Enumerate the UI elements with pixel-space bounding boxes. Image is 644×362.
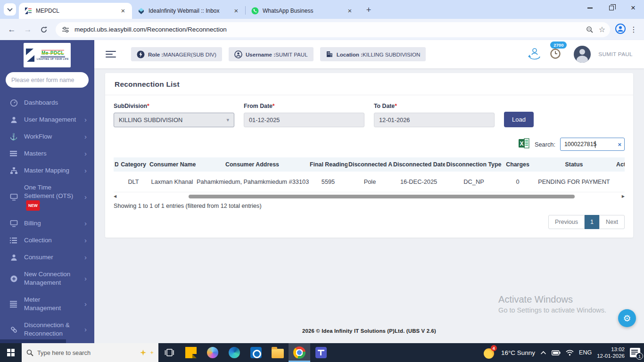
col-header-charges[interactable]: Charges	[503, 157, 533, 172]
sidebar-item-ots[interactable]: One Time Settlement (OTS)NEW ›	[0, 179, 94, 215]
col-header-consumer-name[interactable]: Consumer Name	[149, 157, 196, 172]
user-sync-icon[interactable]	[528, 47, 542, 62]
sidebar-item-masters[interactable]: Masters ›	[0, 145, 94, 162]
window-close-button[interactable]: ×	[622, 1, 644, 15]
taskbar-search[interactable]: Type here to search	[22, 343, 158, 362]
excel-export-icon[interactable]: X	[518, 138, 530, 151]
profile-icon[interactable]	[615, 23, 626, 36]
load-button[interactable]: Load	[504, 112, 534, 127]
col-header-action[interactable]: Act	[615, 157, 625, 172]
cell-disconnected-date: 16-DEC-2025	[392, 172, 445, 192]
sidebar-item-master-mapping[interactable]: Master Mapping ›	[0, 162, 94, 179]
col-header-id[interactable]: D	[114, 157, 118, 172]
battery-indicator[interactable]	[552, 350, 561, 355]
tab-title: IdeaInfinity Webmail :: Inbox	[149, 8, 228, 14]
new-tab-button[interactable]: +	[363, 4, 375, 16]
sidebar-search-input[interactable]	[11, 77, 87, 83]
col-header-category[interactable]: Category	[118, 157, 149, 172]
weather-text[interactable]: 16°C Sunny	[501, 349, 535, 356]
col-header-disconnected-date[interactable]: Disconnected Date	[392, 157, 445, 172]
start-button[interactable]	[0, 343, 22, 362]
notification-center-button[interactable]: 1	[630, 348, 640, 357]
outlook-button[interactable]	[245, 343, 267, 362]
window-restore-button[interactable]	[601, 1, 622, 15]
tab-webmail[interactable]: IdeaInfinity Webmail :: Inbox ×	[132, 3, 245, 19]
avatar[interactable]	[574, 46, 591, 63]
username-badge: Username :SUMIT PAUL	[229, 47, 314, 61]
sidebar-item-user-management[interactable]: User Management ›	[0, 111, 94, 128]
forward-button[interactable]: →	[21, 23, 35, 37]
horizontal-scrollbar[interactable]: ◀ ▶	[114, 194, 625, 199]
file-explorer-icon	[272, 349, 284, 358]
back-button[interactable]: ←	[5, 23, 19, 37]
app-logo[interactable]: Me-PDCL LIGHTING UP YOUR LIFE	[24, 43, 71, 67]
chrome-button[interactable]	[289, 343, 310, 362]
weather-widget[interactable]: 4	[484, 346, 496, 359]
reload-button[interactable]	[37, 23, 51, 37]
tab-mepdcl[interactable]: MEPDCL ×	[19, 3, 132, 19]
table-search-input[interactable]	[564, 141, 617, 148]
file-explorer-button[interactable]	[267, 343, 289, 362]
sidebar-item-new-connection[interactable]: New Connection Management ›	[0, 266, 94, 291]
chevron-down-icon	[7, 6, 12, 11]
col-header-disconnection-type[interactable]: Disconnection Type	[445, 157, 503, 172]
zoom-icon[interactable]	[585, 25, 595, 35]
tab-whatsapp[interactable]: WhatsApp Business ×	[246, 3, 359, 19]
tab-close-icon[interactable]: ×	[346, 7, 354, 15]
col-header-disconnected-at[interactable]: Disconnected At	[347, 157, 392, 172]
windows-taskbar: Type here to search 4 16°C Sunny	[0, 343, 644, 362]
sidebar-scrollbar[interactable]	[0, 339, 66, 343]
settings-fab-button[interactable]: ⚙	[618, 309, 636, 327]
edge-button[interactable]	[223, 343, 245, 362]
sticky-notes-button[interactable]	[180, 343, 202, 362]
sidebar-item-collection[interactable]: Collection ›	[0, 232, 94, 249]
copilot-button[interactable]	[202, 343, 223, 362]
sidebar-item-consumer[interactable]: Consumer ›	[0, 249, 94, 266]
col-header-consumer-address[interactable]: Consumer Address	[196, 157, 309, 172]
sidebar-item-meter-management[interactable]: Meter Management ›	[0, 291, 94, 317]
language-indicator[interactable]: ENG	[579, 349, 592, 356]
cell-category: DLT	[118, 172, 149, 192]
address-bar[interactable]: mepdcl.ubs.ieasybill.com/Reconnection/Re…	[56, 22, 610, 37]
col-header-final-reading[interactable]: Final Reading	[309, 157, 347, 172]
window-minimize-button[interactable]	[579, 1, 601, 15]
hamburger-menu-icon[interactable]	[106, 51, 116, 58]
taskbar-clock[interactable]: 13:02 12-01-2026	[597, 346, 625, 359]
role-value: MANAGER(SUB DIV)	[163, 51, 216, 58]
teams-button[interactable]	[310, 343, 332, 362]
location-label: Location :	[337, 51, 363, 58]
table-row[interactable]: DLT Laxman Khanal Pahamkmiedum, Pahamkmi…	[114, 172, 625, 192]
sidebar-item-dashboards[interactable]: Dashboards	[0, 94, 94, 111]
scroll-left-icon[interactable]: ◀	[114, 194, 116, 199]
browser-menu-icon[interactable]: ⋮	[628, 25, 639, 34]
sidebar-item-workflow[interactable]: ⚓ WorkFlow ›	[0, 128, 94, 145]
clear-search-icon[interactable]: ×	[618, 141, 621, 148]
new-badge: NEW	[26, 200, 40, 211]
to-date-input[interactable]: 12-01-2026	[374, 113, 495, 127]
page-number-button[interactable]: 1	[585, 215, 599, 229]
session-timer[interactable]: 2700	[549, 47, 561, 61]
tray-expand-button[interactable]	[540, 351, 546, 355]
scrollbar-thumb[interactable]	[189, 195, 575, 198]
sidebar-search[interactable]	[6, 72, 89, 88]
previous-page-button[interactable]: Previous	[548, 215, 585, 229]
tab-search-button[interactable]	[4, 3, 16, 16]
wifi-indicator[interactable]	[566, 350, 574, 356]
task-view-button[interactable]	[158, 343, 180, 362]
logo-mark-icon	[25, 48, 35, 62]
sidebar-item-billing[interactable]: Billing ›	[0, 215, 94, 232]
col-header-status[interactable]: Status	[533, 157, 615, 172]
tab-close-icon[interactable]: ×	[232, 7, 240, 15]
scroll-right-icon[interactable]: ▶	[622, 194, 625, 199]
next-page-button[interactable]: Next	[599, 215, 625, 229]
from-date-input[interactable]: 01-12-2025	[244, 113, 364, 127]
bookmark-star-icon[interactable]: ☆	[599, 25, 605, 34]
scrollbar-track[interactable]	[118, 195, 620, 198]
text-cursor	[595, 141, 595, 148]
subdivision-select[interactable]: KILLING SUBDIVISION ▾	[114, 113, 234, 127]
site-info-icon[interactable]	[60, 25, 71, 35]
tab-close-icon[interactable]: ×	[119, 7, 127, 15]
chevron-right-icon: ›	[84, 300, 87, 308]
sidebar-item-disconnection-reconnection[interactable]: Disconnection & Reconnection ›	[0, 317, 94, 342]
table-search-box[interactable]: ×	[560, 138, 625, 151]
